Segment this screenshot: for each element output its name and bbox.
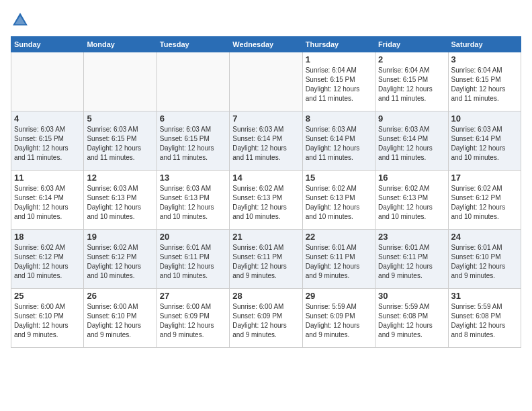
day-info: Sunrise: 6:03 AM Sunset: 6:13 PM Dayligh… xyxy=(160,184,226,222)
calendar-table: SundayMondayTuesdayWednesdayThursdayFrid… xyxy=(11,36,521,348)
weekday-header: Wednesday xyxy=(230,37,302,52)
day-number: 28 xyxy=(232,291,299,301)
day-info: Sunrise: 6:02 AM Sunset: 6:13 PM Dayligh… xyxy=(306,184,372,222)
calendar-cell: 20Sunrise: 6:01 AM Sunset: 6:11 PM Dayli… xyxy=(157,230,229,289)
day-number: 2 xyxy=(378,54,445,64)
calendar-cell: 12Sunrise: 6:03 AM Sunset: 6:13 PM Dayli… xyxy=(84,171,157,230)
day-number: 3 xyxy=(451,54,518,64)
day-info: Sunrise: 6:01 AM Sunset: 6:11 PM Dayligh… xyxy=(378,243,445,281)
day-info: Sunrise: 6:00 AM Sunset: 6:10 PM Dayligh… xyxy=(87,302,153,340)
day-info: Sunrise: 6:00 AM Sunset: 6:09 PM Dayligh… xyxy=(232,302,299,340)
day-info: Sunrise: 6:02 AM Sunset: 6:13 PM Dayligh… xyxy=(232,184,299,222)
day-info: Sunrise: 6:03 AM Sunset: 6:13 PM Dayligh… xyxy=(87,184,153,222)
day-number: 31 xyxy=(451,291,518,301)
day-info: Sunrise: 6:04 AM Sunset: 6:15 PM Dayligh… xyxy=(378,66,445,103)
day-info: Sunrise: 6:03 AM Sunset: 6:14 PM Dayligh… xyxy=(232,125,299,163)
day-number: 12 xyxy=(87,173,153,183)
calendar-cell xyxy=(157,52,229,111)
day-number: 7 xyxy=(232,113,299,124)
calendar-cell: 5Sunrise: 6:03 AM Sunset: 6:15 PM Daylig… xyxy=(84,111,157,171)
day-info: Sunrise: 6:03 AM Sunset: 6:14 PM Dayligh… xyxy=(14,184,81,222)
day-number: 1 xyxy=(306,54,372,64)
day-info: Sunrise: 5:59 AM Sunset: 6:09 PM Dayligh… xyxy=(306,302,372,340)
calendar-cell: 23Sunrise: 6:01 AM Sunset: 6:11 PM Dayli… xyxy=(375,230,448,289)
calendar-cell: 1Sunrise: 6:04 AM Sunset: 6:15 PM Daylig… xyxy=(302,52,375,111)
day-number: 15 xyxy=(306,173,372,183)
weekday-header-row: SundayMondayTuesdayWednesdayThursdayFrid… xyxy=(11,37,521,52)
day-info: Sunrise: 6:03 AM Sunset: 6:14 PM Dayligh… xyxy=(378,125,445,163)
day-info: Sunrise: 5:59 AM Sunset: 6:08 PM Dayligh… xyxy=(378,302,445,340)
day-number: 9 xyxy=(378,113,445,124)
calendar-cell: 28Sunrise: 6:00 AM Sunset: 6:09 PM Dayli… xyxy=(230,289,302,348)
calendar-cell: 8Sunrise: 6:03 AM Sunset: 6:14 PM Daylig… xyxy=(302,111,375,171)
day-number: 20 xyxy=(160,232,226,242)
calendar-week-row: 25Sunrise: 6:00 AM Sunset: 6:10 PM Dayli… xyxy=(11,289,521,348)
weekday-header: Sunday xyxy=(11,37,84,52)
day-number: 4 xyxy=(14,113,81,124)
calendar-cell: 15Sunrise: 6:02 AM Sunset: 6:13 PM Dayli… xyxy=(302,171,375,230)
page-header xyxy=(11,11,521,30)
day-number: 24 xyxy=(451,232,518,242)
calendar-cell xyxy=(11,52,84,111)
calendar-cell: 14Sunrise: 6:02 AM Sunset: 6:13 PM Dayli… xyxy=(230,171,302,230)
day-number: 29 xyxy=(306,291,372,301)
day-number: 10 xyxy=(451,113,518,124)
weekday-header: Saturday xyxy=(448,37,521,52)
calendar-cell: 24Sunrise: 6:01 AM Sunset: 6:10 PM Dayli… xyxy=(448,230,521,289)
calendar-week-row: 4Sunrise: 6:03 AM Sunset: 6:15 PM Daylig… xyxy=(11,111,521,171)
day-number: 18 xyxy=(14,232,81,242)
calendar-cell: 4Sunrise: 6:03 AM Sunset: 6:15 PM Daylig… xyxy=(11,111,84,171)
calendar-cell: 7Sunrise: 6:03 AM Sunset: 6:14 PM Daylig… xyxy=(230,111,302,171)
calendar-cell: 18Sunrise: 6:02 AM Sunset: 6:12 PM Dayli… xyxy=(11,230,84,289)
calendar-cell: 11Sunrise: 6:03 AM Sunset: 6:14 PM Dayli… xyxy=(11,171,84,230)
day-info: Sunrise: 6:02 AM Sunset: 6:13 PM Dayligh… xyxy=(378,184,445,222)
calendar-cell: 17Sunrise: 6:02 AM Sunset: 6:12 PM Dayli… xyxy=(448,171,521,230)
calendar-week-row: 11Sunrise: 6:03 AM Sunset: 6:14 PM Dayli… xyxy=(11,171,521,230)
day-number: 25 xyxy=(14,291,81,301)
day-number: 17 xyxy=(451,173,518,183)
day-info: Sunrise: 6:02 AM Sunset: 6:12 PM Dayligh… xyxy=(87,243,153,281)
day-info: Sunrise: 6:03 AM Sunset: 6:15 PM Dayligh… xyxy=(14,125,81,163)
calendar-cell: 6Sunrise: 6:03 AM Sunset: 6:15 PM Daylig… xyxy=(157,111,229,171)
calendar-week-row: 18Sunrise: 6:02 AM Sunset: 6:12 PM Dayli… xyxy=(11,230,521,289)
calendar-cell: 27Sunrise: 6:00 AM Sunset: 6:09 PM Dayli… xyxy=(157,289,229,348)
calendar-cell: 3Sunrise: 6:04 AM Sunset: 6:15 PM Daylig… xyxy=(448,52,521,111)
day-info: Sunrise: 6:04 AM Sunset: 6:15 PM Dayligh… xyxy=(306,66,372,103)
calendar-cell: 26Sunrise: 6:00 AM Sunset: 6:10 PM Dayli… xyxy=(84,289,157,348)
day-info: Sunrise: 6:01 AM Sunset: 6:11 PM Dayligh… xyxy=(232,243,299,281)
calendar-cell: 16Sunrise: 6:02 AM Sunset: 6:13 PM Dayli… xyxy=(375,171,448,230)
day-info: Sunrise: 6:04 AM Sunset: 6:15 PM Dayligh… xyxy=(451,66,518,103)
calendar-cell xyxy=(84,52,157,111)
day-info: Sunrise: 6:00 AM Sunset: 6:09 PM Dayligh… xyxy=(160,302,226,340)
day-number: 16 xyxy=(378,173,445,183)
calendar-cell: 2Sunrise: 6:04 AM Sunset: 6:15 PM Daylig… xyxy=(375,52,448,111)
day-info: Sunrise: 6:03 AM Sunset: 6:14 PM Dayligh… xyxy=(451,125,518,163)
calendar-cell: 31Sunrise: 5:59 AM Sunset: 6:08 PM Dayli… xyxy=(448,289,521,348)
calendar-cell: 25Sunrise: 6:00 AM Sunset: 6:10 PM Dayli… xyxy=(11,289,84,348)
day-number: 23 xyxy=(378,232,445,242)
day-info: Sunrise: 6:00 AM Sunset: 6:10 PM Dayligh… xyxy=(14,302,81,340)
calendar-cell: 21Sunrise: 6:01 AM Sunset: 6:11 PM Dayli… xyxy=(230,230,302,289)
day-info: Sunrise: 6:01 AM Sunset: 6:10 PM Dayligh… xyxy=(451,243,518,281)
calendar-cell: 30Sunrise: 5:59 AM Sunset: 6:08 PM Dayli… xyxy=(375,289,448,348)
day-number: 27 xyxy=(160,291,226,301)
weekday-header: Friday xyxy=(375,37,448,52)
day-number: 30 xyxy=(378,291,445,301)
day-number: 8 xyxy=(306,113,372,124)
calendar-cell: 13Sunrise: 6:03 AM Sunset: 6:13 PM Dayli… xyxy=(157,171,229,230)
calendar-cell: 29Sunrise: 5:59 AM Sunset: 6:09 PM Dayli… xyxy=(302,289,375,348)
calendar-week-row: 1Sunrise: 6:04 AM Sunset: 6:15 PM Daylig… xyxy=(11,52,521,111)
logo xyxy=(11,11,32,30)
day-number: 26 xyxy=(87,291,153,301)
day-info: Sunrise: 5:59 AM Sunset: 6:08 PM Dayligh… xyxy=(451,302,518,340)
calendar-cell xyxy=(230,52,302,111)
day-info: Sunrise: 6:03 AM Sunset: 6:15 PM Dayligh… xyxy=(87,125,153,163)
day-number: 13 xyxy=(160,173,226,183)
day-info: Sunrise: 6:01 AM Sunset: 6:11 PM Dayligh… xyxy=(160,243,226,281)
day-number: 5 xyxy=(87,113,153,124)
calendar-cell: 19Sunrise: 6:02 AM Sunset: 6:12 PM Dayli… xyxy=(84,230,157,289)
day-number: 21 xyxy=(232,232,299,242)
day-number: 19 xyxy=(87,232,153,242)
day-number: 14 xyxy=(232,173,299,183)
day-info: Sunrise: 6:03 AM Sunset: 6:14 PM Dayligh… xyxy=(306,125,372,163)
